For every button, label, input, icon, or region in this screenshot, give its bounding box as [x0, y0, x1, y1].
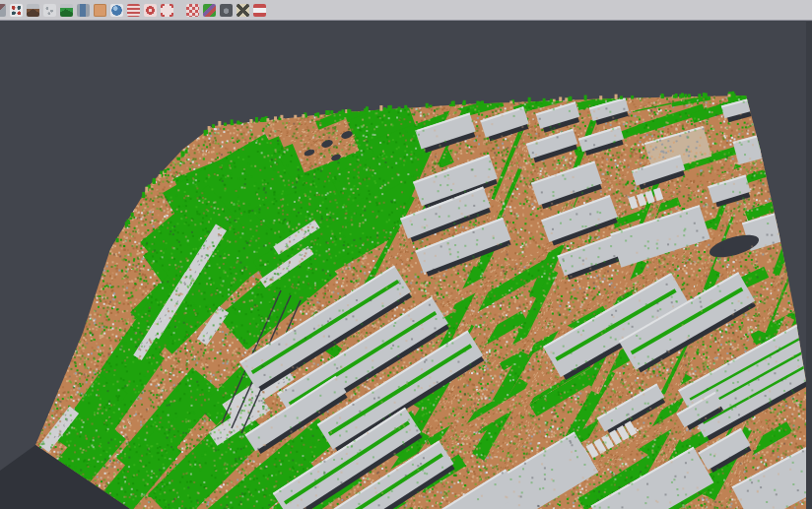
application-window — [0, 0, 812, 509]
profile-section-icon[interactable] — [77, 4, 90, 17]
viewport-3d-point-cloud[interactable] — [0, 22, 812, 509]
contour-lines-icon[interactable] — [127, 4, 140, 17]
sparse-point-cloud-icon[interactable] — [43, 4, 56, 17]
globe-projection-icon[interactable] — [110, 4, 123, 17]
layer-bars-icon[interactable] — [253, 4, 266, 17]
terrain-dem-icon[interactable] — [27, 4, 39, 17]
grid-checker-icon[interactable] — [186, 4, 199, 17]
toolbar — [0, 0, 812, 21]
target-ring-icon[interactable] — [144, 4, 157, 17]
orthophoto-icon[interactable] — [94, 4, 106, 17]
clipped-edge-icon[interactable] — [0, 4, 6, 17]
viewport-right-edge — [806, 22, 812, 509]
selection-brackets-icon[interactable] — [161, 4, 173, 17]
align-points-icon[interactable] — [10, 4, 23, 17]
terrain-surface-icon[interactable] — [60, 4, 73, 17]
delete-cross-icon[interactable] — [237, 4, 249, 17]
classification-map-icon[interactable] — [203, 4, 216, 17]
camera-icon[interactable] — [220, 4, 233, 17]
toolbar-icon-row — [0, 0, 812, 20]
